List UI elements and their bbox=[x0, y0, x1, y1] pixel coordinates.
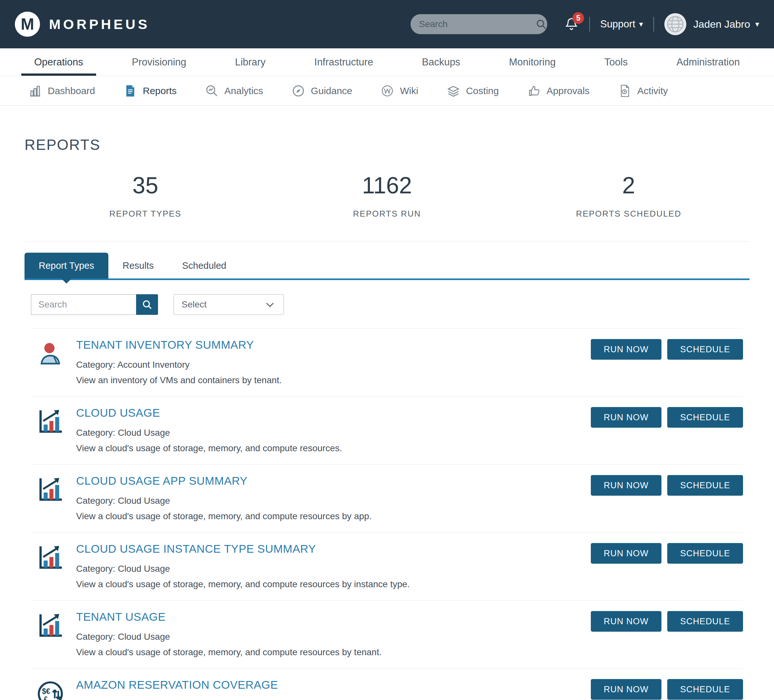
stat-value: 35 bbox=[25, 172, 266, 198]
main-nav-item-backups[interactable]: Backups bbox=[409, 48, 473, 76]
sub-nav-item-costing[interactable]: Costing bbox=[447, 84, 499, 97]
report-row: $€£ AMAZON RESERVATION COVERAGE Category… bbox=[31, 669, 743, 700]
run-now-button[interactable]: RUN NOW bbox=[591, 611, 662, 632]
sub-nav-label: Wiki bbox=[400, 86, 418, 96]
schedule-button[interactable]: SCHEDULE bbox=[667, 679, 743, 700]
currency-icon: $€£ bbox=[31, 679, 76, 700]
sub-nav-label: Reports bbox=[143, 86, 177, 96]
user-menu[interactable]: Jaden Jabro ▾ bbox=[693, 18, 759, 30]
chevron-down-icon: ▾ bbox=[755, 20, 759, 29]
stat-value: 2 bbox=[508, 172, 749, 198]
bar-chart-icon bbox=[31, 406, 76, 436]
category-select[interactable]: Select bbox=[174, 294, 284, 315]
morpheus-logo-icon[interactable]: M bbox=[15, 12, 40, 37]
content-area: REPORTS 35REPORT TYPES1162REPORTS RUN2RE… bbox=[0, 136, 774, 700]
sub-nav-item-guidance[interactable]: Guidance bbox=[291, 84, 352, 97]
main-nav-item-operations[interactable]: Operations bbox=[21, 48, 96, 76]
sub-nav-item-wiki[interactable]: Wiki bbox=[380, 84, 418, 97]
run-now-button[interactable]: RUN NOW bbox=[591, 475, 662, 496]
report-category: Category: Cloud Usage bbox=[76, 428, 578, 438]
main-nav-item-infrastructure[interactable]: Infrastructure bbox=[301, 48, 386, 76]
tabs-underline bbox=[25, 279, 749, 280]
report-main: TENANT USAGE Category: Cloud Usage View … bbox=[76, 611, 591, 657]
report-category: Category: Cloud Usage bbox=[76, 496, 578, 506]
svg-text:£: £ bbox=[43, 695, 48, 700]
sub-nav: DashboardReportsAnalyticsGuidanceWikiCos… bbox=[0, 76, 774, 106]
sub-nav-label: Dashboard bbox=[48, 86, 95, 96]
schedule-button[interactable]: SCHEDULE bbox=[667, 611, 743, 632]
report-actions: RUN NOW SCHEDULE bbox=[591, 474, 743, 496]
report-main: AMAZON RESERVATION COVERAGE Category: Cl… bbox=[76, 679, 591, 700]
report-title-link[interactable]: TENANT USAGE bbox=[76, 611, 166, 623]
report-main: CLOUD USAGE INSTANCE TYPE SUMMARY Catego… bbox=[76, 542, 591, 589]
report-title-link[interactable]: CLOUD USAGE bbox=[76, 406, 160, 419]
report-actions: RUN NOW SCHEDULE bbox=[591, 406, 743, 428]
stat-value: 1162 bbox=[266, 172, 508, 198]
tab-results[interactable]: Results bbox=[108, 253, 168, 279]
category-select-value: Select bbox=[182, 299, 207, 310]
schedule-button[interactable]: SCHEDULE bbox=[667, 543, 743, 564]
report-row: CLOUD USAGE INSTANCE TYPE SUMMARY Catego… bbox=[31, 532, 743, 601]
report-actions: RUN NOW SCHEDULE bbox=[591, 679, 743, 700]
report-main: CLOUD USAGE APP SUMMARY Category: Cloud … bbox=[76, 474, 591, 522]
report-title-link[interactable]: CLOUD USAGE APP SUMMARY bbox=[76, 474, 247, 487]
report-main: TENANT INVENTORY SUMMARY Category: Accou… bbox=[76, 338, 591, 385]
main-nav-item-administration[interactable]: Administration bbox=[663, 48, 752, 76]
support-menu[interactable]: Support ▾ bbox=[600, 18, 643, 30]
report-main: CLOUD USAGE Category: Cloud Usage View a… bbox=[76, 406, 591, 454]
search-icon[interactable] bbox=[535, 18, 547, 30]
report-title-link[interactable]: TENANT INVENTORY SUMMARY bbox=[76, 338, 254, 351]
run-now-button[interactable]: RUN NOW bbox=[591, 407, 662, 428]
sub-nav-item-reports[interactable]: Reports bbox=[124, 84, 177, 97]
schedule-button[interactable]: SCHEDULE bbox=[667, 475, 743, 496]
schedule-button[interactable]: SCHEDULE bbox=[667, 407, 743, 428]
svg-text:$€: $€ bbox=[42, 687, 50, 695]
bar-chart-icon bbox=[31, 611, 76, 640]
bar-chart-icon bbox=[31, 542, 76, 572]
report-search-input[interactable] bbox=[31, 294, 136, 315]
sub-nav-item-dashboard[interactable]: Dashboard bbox=[28, 84, 95, 97]
report-search-button[interactable] bbox=[136, 294, 158, 315]
sub-nav-item-analytics[interactable]: Analytics bbox=[205, 84, 263, 97]
sub-nav-item-approvals[interactable]: Approvals bbox=[527, 84, 590, 97]
notification-count-badge: 5 bbox=[572, 12, 584, 24]
report-row: CLOUD USAGE Category: Cloud Usage View a… bbox=[31, 396, 743, 464]
user-icon bbox=[31, 338, 76, 368]
main-nav-item-library[interactable]: Library bbox=[222, 48, 279, 76]
sub-nav-item-activity[interactable]: Activity bbox=[618, 84, 668, 97]
guidance-icon bbox=[291, 84, 305, 97]
report-description: View a cloud's usage of storage, memory,… bbox=[76, 511, 578, 522]
section-divider bbox=[25, 241, 749, 242]
stat-reports-scheduled: 2REPORTS SCHEDULED bbox=[508, 172, 749, 219]
report-actions: RUN NOW SCHEDULE bbox=[591, 611, 743, 632]
run-now-button[interactable]: RUN NOW bbox=[591, 679, 662, 700]
global-search-input[interactable] bbox=[419, 19, 535, 29]
main-nav-item-tools[interactable]: Tools bbox=[592, 48, 640, 76]
run-now-button[interactable]: RUN NOW bbox=[591, 339, 662, 360]
top-header: M MORPHEUS 5 Support ▾ Jaden Jabro ▾ bbox=[0, 0, 774, 48]
brand-name[interactable]: MORPHEUS bbox=[49, 17, 150, 32]
approvals-icon bbox=[527, 84, 541, 97]
report-search bbox=[31, 294, 158, 315]
stat-label: REPORTS RUN bbox=[266, 209, 508, 219]
main-nav-item-monitoring[interactable]: Monitoring bbox=[496, 48, 569, 76]
report-description: View an inventory of VMs and containers … bbox=[76, 375, 578, 385]
main-nav-item-provisioning[interactable]: Provisioning bbox=[119, 48, 199, 76]
notifications-bell-icon[interactable]: 5 bbox=[564, 17, 579, 31]
run-now-button[interactable]: RUN NOW bbox=[591, 543, 662, 564]
tab-report-types[interactable]: Report Types bbox=[25, 253, 108, 279]
schedule-button[interactable]: SCHEDULE bbox=[667, 339, 743, 360]
report-title-link[interactable]: CLOUD USAGE INSTANCE TYPE SUMMARY bbox=[76, 542, 316, 555]
report-actions: RUN NOW SCHEDULE bbox=[591, 338, 743, 360]
user-avatar[interactable] bbox=[664, 13, 686, 35]
report-actions: RUN NOW SCHEDULE bbox=[591, 542, 743, 564]
activity-icon bbox=[618, 84, 632, 97]
stats-row: 35REPORT TYPES1162REPORTS RUN2REPORTS SC… bbox=[25, 172, 749, 219]
sub-nav-label: Approvals bbox=[547, 86, 590, 96]
filter-row: Select bbox=[31, 294, 749, 315]
report-title-link[interactable]: AMAZON RESERVATION COVERAGE bbox=[76, 679, 278, 691]
tab-scheduled[interactable]: Scheduled bbox=[168, 253, 241, 279]
report-row: TENANT USAGE Category: Cloud Usage View … bbox=[31, 601, 743, 669]
reports-icon bbox=[124, 84, 137, 97]
stat-reports-run: 1162REPORTS RUN bbox=[266, 172, 508, 219]
